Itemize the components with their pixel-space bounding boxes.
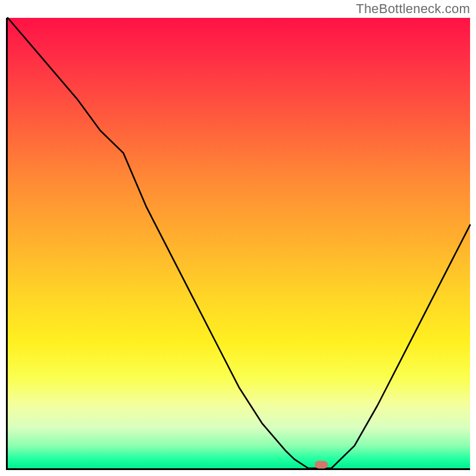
plot-area: [6, 18, 470, 470]
curve-svg: [8, 18, 470, 468]
curve-line: [8, 18, 470, 468]
marker-pill: [315, 461, 328, 468]
chart-frame: TheBottleneck.com: [0, 0, 476, 476]
watermark-text: TheBottleneck.com: [356, 1, 470, 17]
